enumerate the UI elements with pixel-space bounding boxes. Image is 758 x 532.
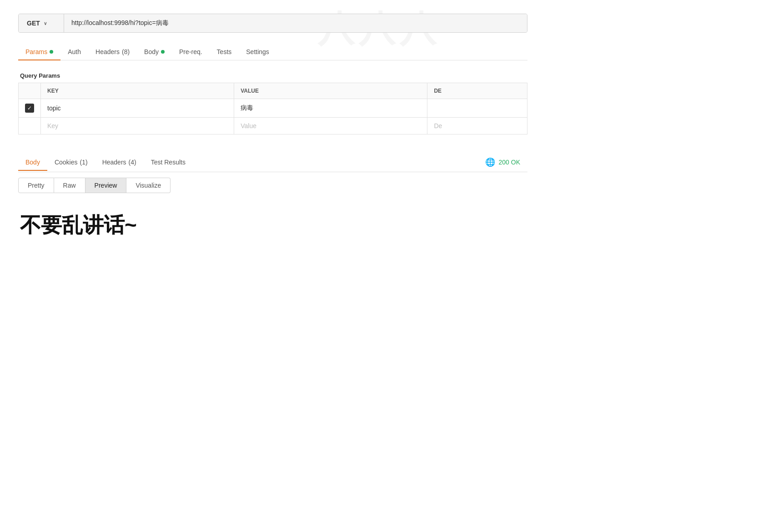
params-table: KEY VALUE DE ✓ topic 病毒 (18, 83, 527, 134)
url-bar: GET ∨ (18, 14, 527, 33)
table-header-row: KEY VALUE DE (19, 83, 527, 99)
request-tabs: Params Auth Headers (8) Body Pre-req. Te… (18, 44, 527, 60)
headers-badge: (8) (122, 48, 130, 55)
method-label: GET (27, 20, 40, 27)
placeholder-key-cell[interactable]: Key (41, 118, 234, 134)
tab-body[interactable]: Body (137, 44, 172, 60)
response-tabs-left: Body Cookies (1) Headers (4) Test Result… (18, 154, 193, 170)
col-checkbox (19, 83, 41, 99)
query-params-label: Query Params (18, 68, 527, 83)
row-value-cell[interactable]: 病毒 (234, 99, 427, 118)
tab-settings[interactable]: Settings (239, 44, 276, 60)
tab-params[interactable]: Params (18, 44, 60, 60)
tab-tests[interactable]: Tests (210, 44, 239, 60)
placeholder-checkbox-cell (19, 118, 41, 134)
section-divider-2 (18, 144, 527, 153)
tab-headers[interactable]: Headers (8) (88, 44, 137, 60)
method-selector[interactable]: GET ∨ (19, 14, 64, 32)
response-tab-cookies[interactable]: Cookies (1) (47, 154, 95, 170)
method-chevron-icon: ∨ (44, 21, 47, 26)
row-desc-cell[interactable] (427, 99, 527, 118)
col-value: VALUE (234, 83, 427, 99)
globe-icon: 🌐 (485, 157, 495, 167)
col-key: KEY (41, 83, 234, 99)
preview-content: 不要乱讲话~ (18, 202, 527, 249)
params-dot (50, 50, 53, 54)
response-headers-badge: (4) (129, 159, 136, 166)
checkbox-checked-icon[interactable]: ✓ (25, 104, 34, 113)
placeholder-desc-cell[interactable]: De (427, 118, 527, 134)
col-description: DE (427, 83, 527, 99)
sub-tab-raw[interactable]: Raw (54, 178, 85, 193)
table-placeholder-row: Key Value De (19, 118, 527, 134)
response-tab-test-results[interactable]: Test Results (144, 154, 193, 170)
sub-tab-pretty[interactable]: Pretty (18, 178, 54, 193)
table-row: ✓ topic 病毒 (19, 99, 527, 118)
url-input[interactable] (64, 14, 527, 32)
sub-tab-visualize[interactable]: Visualize (126, 178, 171, 193)
response-status: 🌐 200 OK (478, 153, 527, 172)
status-code: 200 OK (499, 159, 520, 166)
body-dot (161, 50, 165, 54)
cookies-badge: (1) (80, 159, 88, 166)
section-divider (18, 134, 527, 144)
response-tab-body[interactable]: Body (18, 154, 47, 170)
placeholder-value-cell[interactable]: Value (234, 118, 427, 134)
tab-prereq[interactable]: Pre-req. (172, 44, 210, 60)
response-tab-headers[interactable]: Headers (4) (95, 154, 144, 170)
sub-tabs: Pretty Raw Preview Visualize (18, 178, 527, 193)
sub-tab-preview[interactable]: Preview (85, 178, 127, 193)
response-tabs: Body Cookies (1) Headers (4) Test Result… (18, 153, 527, 172)
row-checkbox-cell[interactable]: ✓ (19, 99, 41, 118)
row-key-cell[interactable]: topic (41, 99, 234, 118)
tab-auth[interactable]: Auth (60, 44, 88, 60)
